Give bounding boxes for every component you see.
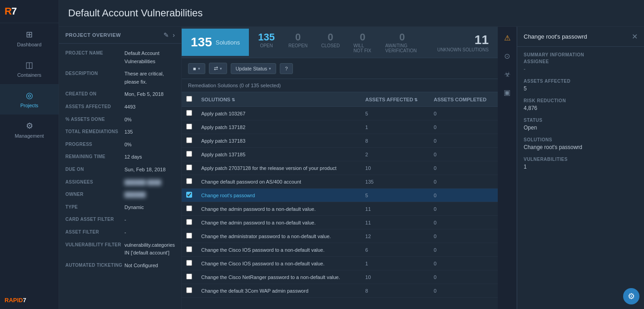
row-checkbox[interactable] [186,124,192,130]
biohazard-icon[interactable]: ☣ [500,67,515,81]
assets-completed-cell: 0 [429,134,498,148]
sidebar-item-projects[interactable]: ◎ Projects [0,84,59,115]
project-field-row: AUTOMATED TICKETINGNot Configured [59,259,181,272]
summary-section-title: SUMMARY INFORMATION [524,52,638,57]
assets-completed-cell: 0 [429,107,498,120]
update-status-button[interactable]: Update Status ▾ [231,63,277,74]
sidebar-item-containers[interactable]: ◫ Containers [0,54,59,84]
stat-label: Reopen [288,43,307,48]
table-row[interactable]: Change the admin password to a non-defau… [182,202,498,216]
detail-header: Change root's passowrd ✕ [517,27,644,47]
field-label: PROGRESS [65,141,124,149]
assets-affected-cell: 12 [361,229,429,243]
row-checkbox[interactable] [186,246,192,252]
assets-completed-cell: 0 [429,229,498,243]
detail-sections: ASSIGNEE-ASSETS AFFECTED5RISK REDUCTION4… [524,59,638,170]
assets-affected-cell: 11 [361,216,429,229]
dashboard-icon: ⊞ [26,30,33,40]
solution-name: Apply patch 137182 [197,120,361,134]
detail-section-label: ASSIGNEE [524,59,638,64]
side-icon-strip: ⚠ ⊙ ☣ ▣ [498,27,517,309]
table-row[interactable]: Apply patch 137183 8 0 [182,134,498,148]
stat-label: Closed [321,43,340,48]
assets-affected-column-header[interactable]: Assets Affected [361,92,429,107]
field-value: ██████ ████ [124,179,161,187]
sidebar-item-dashboard[interactable]: ⊞ Dashboard [0,23,59,54]
field-label: OWNER [65,191,124,199]
row-checkbox-cell [182,229,197,243]
solutions-column-header[interactable]: Solutions [197,92,361,107]
select-all-checkbox[interactable] [186,96,192,102]
project-field-row: OWNER██████ [59,189,181,201]
stats-right: 11 Unknown Solutions [428,28,498,57]
page-header: Default Account Vulnerabilities [59,0,644,27]
row-checkbox-cell [182,107,197,120]
assets-completed-cell: 0 [429,120,498,134]
table-row[interactable]: Change the Cisco IOS password to a non-d… [182,257,498,270]
row-checkbox[interactable] [186,274,192,279]
row-checkbox[interactable] [186,164,192,170]
table-row[interactable]: Apply patch 137185 2 0 [182,148,498,161]
row-checkbox[interactable] [186,205,192,211]
row-checkbox[interactable] [186,192,192,198]
detail-section-value: 4,876 [524,105,638,111]
help-icon: ? [285,66,287,71]
chevron-down-icon: ▾ [220,66,222,71]
row-checkbox[interactable] [186,219,192,225]
move-button[interactable]: ⇄ ▾ [209,63,227,74]
field-value: 0% [124,116,132,124]
row-checkbox[interactable] [186,110,192,116]
row-checkbox[interactable] [186,178,192,184]
row-checkbox[interactable] [186,151,192,157]
row-checkbox[interactable] [186,287,192,293]
color-picker-button[interactable]: ■ ▾ [188,63,205,74]
solution-name: Apply patch 137183 [197,134,361,148]
monitor-icon[interactable]: ▣ [500,85,515,100]
row-checkbox[interactable] [186,260,192,266]
row-checkbox[interactable] [186,137,192,143]
table-row[interactable]: Change the administrator password to a n… [182,229,498,243]
detail-title: Change root's passowrd [524,33,587,40]
solution-name: Apply patch 103267 [197,107,361,120]
table-row[interactable]: Change default password on AS/400 accoun… [182,175,498,189]
bottom-gear-button[interactable]: ⚙ [623,288,639,304]
assets-completed-cell: 0 [429,257,498,270]
help-button[interactable]: ? [280,63,292,74]
table-row[interactable]: Apply patch 103267 5 0 [182,107,498,120]
containers-icon: ◫ [25,60,33,70]
project-field-row: CARD ASSET FILTER- [59,214,181,226]
assets-affected-cell: 1 [361,257,429,270]
content-area: PROJECT OVERVIEW ✎ › PROJECT NAMEDefault… [59,27,644,309]
close-icon[interactable]: ✕ [632,32,638,41]
search-circle-icon[interactable]: ⊙ [500,49,515,63]
row-checkbox-cell [182,216,197,229]
assets-affected-cell: 1 [361,120,429,134]
management-icon: ⚙ [26,121,33,131]
detail-section-value: - [524,66,638,72]
edit-icon[interactable]: ✎ [163,31,169,39]
detail-section-value: Change root's passowrd [524,144,638,150]
assets-affected-cell: 5 [361,189,429,202]
row-checkbox[interactable] [186,233,192,239]
project-field-row: DUE ONSun, Feb 18, 2018 [59,164,181,176]
chevron-down-icon: ▾ [269,66,271,71]
table-row[interactable]: Apply patch 27037128 for the release ver… [182,161,498,175]
project-field-row: DESCRIPTIONThese are critical, please fi… [59,68,181,88]
rapid7-bottom-logo: RAPID7 [5,297,26,304]
table-row[interactable]: Change the Cisco NetRanger password to a… [182,270,498,284]
alert-icon[interactable]: ⚠ [500,30,515,45]
table-row[interactable]: Change the default 3Com WAP admin passwo… [182,284,498,298]
main-content: Default Account Vulnerabilities PROJECT … [59,0,644,309]
table-row[interactable]: Apply patch 137182 1 0 [182,120,498,134]
row-checkbox-cell [182,284,197,298]
table-row[interactable]: Change root's passowrd 5 0 [182,189,498,202]
table-row[interactable]: Change the admin password to a non-defau… [182,216,498,229]
project-field-row: ASSIGNEES██████ ████ [59,176,181,189]
sidebar-item-management[interactable]: ⚙ Management [0,115,59,145]
move-icon: ⇄ [214,65,218,71]
stat-number: 0 [328,31,333,43]
next-icon[interactable]: › [173,31,175,39]
solutions-table: Solutions Assets Affected Assets Complet… [182,92,498,298]
field-label: REMAINING TIME [65,153,124,161]
table-row[interactable]: Change the Cisco IOS password to a non-d… [182,243,498,257]
